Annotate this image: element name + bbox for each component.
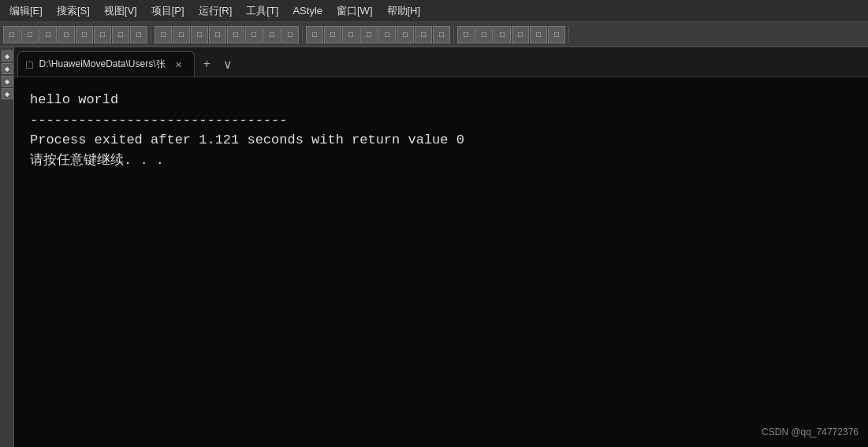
toolbar-btn-2[interactable]: □ xyxy=(21,26,39,43)
watermark: CSDN @qq_74772376 xyxy=(762,425,859,439)
toolbar-btn-16[interactable]: □ xyxy=(281,26,299,43)
tab-dropdown-button[interactable]: ∨ xyxy=(218,54,237,73)
toolbar-btn-30[interactable]: □ xyxy=(548,26,565,43)
strip-btn-1[interactable]: ◆ xyxy=(2,50,13,61)
terminal-line-continue: 请按任意键继续. . . xyxy=(30,151,852,171)
menu-project[interactable]: 项目[P] xyxy=(145,2,191,20)
toolbar-btn-17[interactable]: □ xyxy=(306,26,323,43)
toolbar-btn-10[interactable]: □ xyxy=(173,26,190,43)
toolbar-btn-9[interactable]: □ xyxy=(155,26,172,43)
toolbar-btn-4[interactable]: □ xyxy=(58,26,75,43)
menu-view[interactable]: 视图[V] xyxy=(98,2,143,20)
terminal-line-process: Process exited after 1.121 seconds with … xyxy=(30,130,852,151)
toolbar-btn-6[interactable]: □ xyxy=(94,26,111,43)
terminal-tab-close-button[interactable]: × xyxy=(172,58,186,72)
toolbar-btn-5[interactable]: □ xyxy=(76,26,93,43)
menu-bar: 编辑[E] 搜索[S] 视图[V] 项目[P] 运行[R] 工具[T] ASty… xyxy=(0,0,868,22)
menu-astyle[interactable]: AStyle xyxy=(286,3,329,18)
toolbar-btn-8[interactable]: □ xyxy=(130,26,147,43)
menu-search[interactable]: 搜索[S] xyxy=(50,2,96,20)
toolbar-btn-15[interactable]: □ xyxy=(263,26,281,43)
toolbar-btn-11[interactable]: □ xyxy=(191,26,208,43)
tab-bar: □ D:\HuaweiMoveData\Users\张 × + ∨ xyxy=(14,47,868,77)
terminal-tab-icon: □ xyxy=(26,58,32,71)
toolbar-btn-21[interactable]: □ xyxy=(378,26,396,43)
new-tab-button[interactable]: + xyxy=(198,54,217,73)
menu-window[interactable]: 窗口[W] xyxy=(330,2,379,20)
terminal-line-hello: hello world xyxy=(30,90,852,110)
toolbar-btn-19[interactable]: □ xyxy=(342,26,359,43)
left-sidebar-strip: ◆ ◆ ◆ ◆ xyxy=(0,47,14,447)
toolbar-group-2: □ □ □ □ □ □ □ □ xyxy=(155,26,303,43)
toolbar-btn-12[interactable]: □ xyxy=(209,26,226,43)
toolbar: □ □ □ □ □ □ □ □ □ □ □ □ □ □ □ □ □ □ □ □ … xyxy=(0,22,868,47)
toolbar-btn-18[interactable]: □ xyxy=(324,26,341,43)
toolbar-btn-3[interactable]: □ xyxy=(39,26,57,43)
menu-edit[interactable]: 编辑[E] xyxy=(3,2,49,20)
toolbar-group-4: □ □ □ □ □ □ xyxy=(457,26,569,43)
strip-btn-4[interactable]: ◆ xyxy=(2,88,13,99)
toolbar-btn-7[interactable]: □ xyxy=(112,26,129,43)
toolbar-btn-13[interactable]: □ xyxy=(227,26,244,43)
toolbar-btn-29[interactable]: □ xyxy=(530,26,547,43)
toolbar-btn-25[interactable]: □ xyxy=(457,26,475,43)
menu-help[interactable]: 帮助[H] xyxy=(381,2,427,20)
terminal-tab-title: D:\HuaweiMoveData\Users\张 xyxy=(39,58,165,71)
menu-run[interactable]: 运行[R] xyxy=(192,2,239,20)
toolbar-btn-23[interactable]: □ xyxy=(415,26,432,43)
toolbar-group-1: □ □ □ □ □ □ □ □ xyxy=(3,26,151,43)
menu-tools[interactable]: 工具[T] xyxy=(240,2,285,20)
toolbar-btn-20[interactable]: □ xyxy=(360,26,378,43)
toolbar-btn-27[interactable]: □ xyxy=(494,26,511,43)
toolbar-btn-26[interactable]: □ xyxy=(475,26,493,43)
terminal-tab[interactable]: □ D:\HuaweiMoveData\Users\张 × xyxy=(17,51,195,76)
toolbar-btn-24[interactable]: □ xyxy=(433,26,450,43)
toolbar-btn-14[interactable]: □ xyxy=(245,26,263,43)
main-content: □ D:\HuaweiMoveData\Users\张 × + ∨ hello … xyxy=(14,47,868,447)
toolbar-btn-28[interactable]: □ xyxy=(512,26,529,43)
terminal-line-separator: -------------------------------- xyxy=(30,110,852,131)
tab-actions: + ∨ xyxy=(198,54,237,76)
strip-btn-2[interactable]: ◆ xyxy=(2,63,13,74)
toolbar-btn-22[interactable]: □ xyxy=(397,26,414,43)
terminal-output: hello world ----------------------------… xyxy=(14,77,868,447)
toolbar-btn-1[interactable]: □ xyxy=(3,26,20,43)
strip-btn-3[interactable]: ◆ xyxy=(2,76,13,87)
toolbar-group-3: □ □ □ □ □ □ □ □ xyxy=(306,26,454,43)
